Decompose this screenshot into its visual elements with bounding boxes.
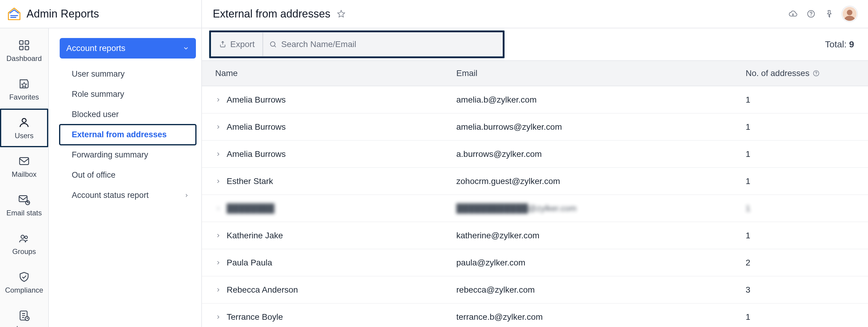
- svg-point-25: [25, 236, 27, 239]
- sidebar-item-role-summary[interactable]: Role summary: [60, 84, 196, 105]
- svg-rect-13: [25, 41, 29, 44]
- table-row[interactable]: Amelia Burrows a.burrows@zylker.com 1: [202, 141, 868, 168]
- sidebar-section-label: Account reports: [66, 43, 125, 53]
- rail-item-compliance[interactable]: Compliance: [0, 263, 48, 302]
- row-addresses: 1: [746, 122, 855, 132]
- chevron-right-icon: [215, 178, 221, 184]
- rail-label: Favorites: [9, 93, 39, 101]
- total-count: Total: 9: [825, 39, 854, 50]
- cloud-download-icon[interactable]: [788, 9, 798, 19]
- chevron-right-icon: [215, 205, 221, 211]
- row-name: Amelia Burrows: [227, 149, 286, 159]
- topbar-left: Admin Reports: [0, 0, 202, 28]
- chevron-right-icon: [184, 193, 189, 198]
- table-row[interactable]: Amelia Burrows amelia.burrows@zylker.com…: [202, 113, 868, 141]
- svg-rect-12: [20, 41, 23, 44]
- export-icon: [219, 40, 227, 48]
- sidebar-section-account-reports[interactable]: Account reports: [60, 38, 196, 59]
- sidebar-item-user-summary[interactable]: User summary: [60, 64, 196, 84]
- chevron-right-icon: [215, 260, 221, 266]
- app-logo-icon: [7, 7, 21, 21]
- toolbar: Export Total: 9: [202, 28, 868, 61]
- pin-icon[interactable]: [824, 9, 834, 19]
- chevron-right-icon: [215, 97, 221, 103]
- help-icon[interactable]: [812, 70, 820, 77]
- row-addresses: 1: [746, 176, 855, 186]
- star-badge-icon: [18, 77, 31, 90]
- row-email: rebecca@zylker.com: [456, 285, 746, 295]
- row-name: Terrance Boyle: [227, 312, 283, 322]
- svg-rect-15: [25, 46, 29, 50]
- rail-item-logs[interactable]: Logs: [0, 302, 48, 327]
- sidebar-item-label: User summary: [72, 69, 125, 79]
- rail-label: Users: [15, 131, 34, 140]
- sidebar-item-external-from-addresses[interactable]: External from addresses: [60, 125, 196, 145]
- rail-item-email-stats[interactable]: Email stats: [0, 186, 48, 225]
- total-label: Total:: [825, 39, 846, 49]
- table-row[interactable]: Paula Paula paula@zylker.com 2: [202, 249, 868, 276]
- rail-item-mailbox[interactable]: Mailbox: [0, 147, 48, 186]
- search-icon: [269, 40, 277, 48]
- svg-point-20: [22, 119, 26, 122]
- shield-icon: [18, 270, 31, 284]
- rail-label: Email stats: [6, 209, 41, 217]
- chevron-down-icon: [183, 45, 189, 52]
- groups-icon: [18, 232, 31, 245]
- row-name: Paula Paula: [227, 258, 272, 268]
- th-email: Email: [456, 68, 746, 78]
- table-row[interactable]: Katherine Jake katherine@zylker.com 1: [202, 222, 868, 249]
- user-icon: [18, 116, 31, 129]
- chevron-right-icon: [215, 124, 221, 130]
- row-email: amelia.burrows@zylker.com: [456, 122, 746, 132]
- export-button[interactable]: Export: [211, 33, 263, 56]
- rail-item-favorites[interactable]: Favorites: [0, 70, 48, 109]
- rail-item-dashboard[interactable]: Dashboard: [0, 31, 48, 70]
- help-icon[interactable]: [806, 9, 816, 19]
- table-row[interactable]: ████████ ████████████@zylker.com 1: [202, 195, 868, 222]
- search-input[interactable]: [281, 39, 462, 49]
- table-row[interactable]: Esther Stark zohocrm.guest@zylker.com 1: [202, 168, 868, 195]
- svg-rect-22: [19, 196, 27, 202]
- row-name: Amelia Burrows: [227, 122, 286, 132]
- sidebar-item-account-status-report[interactable]: Account status report: [60, 185, 196, 205]
- row-name: Esther Stark: [227, 176, 273, 186]
- sidebar-list: User summary Role summary Blocked user E…: [60, 59, 196, 205]
- table-row[interactable]: Rebecca Anderson rebecca@zylker.com 3: [202, 276, 868, 303]
- row-email: a.burrows@zylker.com: [456, 149, 746, 159]
- rail-item-groups[interactable]: Groups: [0, 225, 48, 263]
- row-email: ████████████@zylker.com: [456, 204, 746, 213]
- row-addresses: 1: [746, 204, 855, 213]
- rail-label: Compliance: [5, 286, 43, 294]
- sidebar: Account reports User summary Role summar…: [49, 28, 202, 327]
- svg-rect-21: [20, 157, 29, 165]
- mail-icon: [18, 154, 31, 168]
- th-name: Name: [215, 68, 456, 78]
- rail-label: Dashboard: [6, 54, 41, 63]
- rail-item-users[interactable]: Users: [0, 109, 48, 147]
- total-value: 9: [849, 39, 854, 49]
- grid-icon: [18, 39, 31, 52]
- row-email: paula@zylker.com: [456, 258, 746, 268]
- table-row[interactable]: Terrance Boyle terrance.b@zylker.com 1: [202, 303, 868, 327]
- sidebar-item-label: Role summary: [72, 90, 124, 99]
- rail-label: Mailbox: [12, 170, 37, 179]
- row-name: Rebecca Anderson: [227, 285, 298, 295]
- chevron-right-icon: [215, 233, 221, 239]
- main-panel: Export Total: 9 Name Email No. of addres…: [202, 28, 868, 327]
- page-title: External from addresses: [213, 7, 330, 20]
- table-row[interactable]: Amelia Burrows amelia.b@zylker.com 1: [202, 86, 868, 113]
- sidebar-item-blocked-user[interactable]: Blocked user: [60, 105, 196, 125]
- favorite-star-icon[interactable]: [336, 9, 346, 19]
- sidebar-item-label: Out of office: [72, 171, 116, 180]
- toolbar-box: Export: [209, 30, 504, 58]
- avatar[interactable]: [842, 6, 857, 22]
- sidebar-item-forwarding-summary[interactable]: Forwarding summary: [60, 145, 196, 165]
- row-email: zohocrm.guest@zylker.com: [456, 176, 746, 186]
- row-name: ████████: [227, 204, 275, 213]
- row-email: amelia.b@zylker.com: [456, 95, 746, 105]
- th-addresses: No. of addresses: [746, 68, 855, 78]
- row-email: katherine@zylker.com: [456, 231, 746, 240]
- row-addresses: 1: [746, 231, 855, 240]
- row-addresses: 3: [746, 285, 855, 295]
- sidebar-item-out-of-office[interactable]: Out of office: [60, 165, 196, 185]
